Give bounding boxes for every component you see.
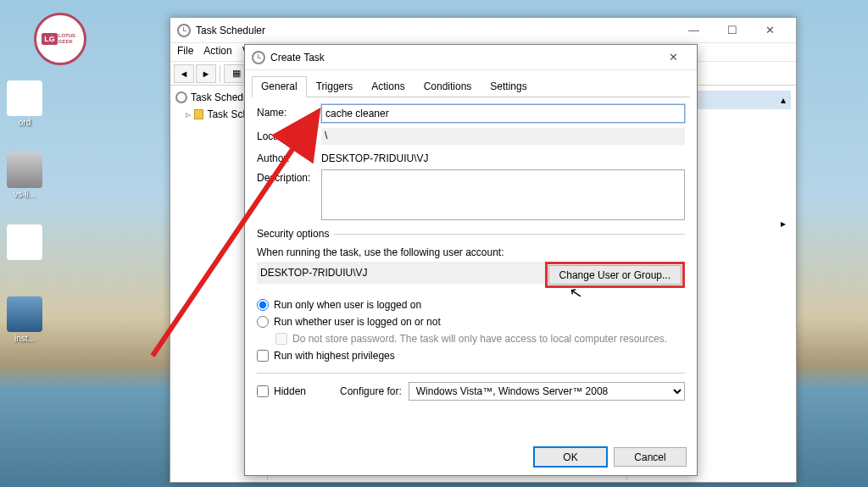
desktop-icon[interactable]: vs-li... [3,152,46,199]
tab-settings[interactable]: Settings [481,76,536,97]
tab-conditions[interactable]: Conditions [415,76,481,97]
menu-action[interactable]: Action [203,45,231,59]
tab-strip: General Triggers Actions Conditions Sett… [252,75,690,97]
description-input[interactable] [321,169,685,220]
clock-icon [252,51,265,64]
no-store-password-checkbox [275,333,287,345]
description-label: Description: [257,169,321,184]
hidden-checkbox[interactable] [257,385,269,397]
name-label: Name: [257,104,321,119]
watermark-logo: LGLOTUS GEEK [34,13,86,65]
maximize-button[interactable]: ☐ [713,19,751,42]
titlebar[interactable]: Task Scheduler — ☐ ✕ [170,18,796,43]
run-logged-on-radio[interactable] [257,299,269,311]
configure-for-label: Configure for: [340,385,402,397]
highlight-box: Change User or Group... [545,262,685,288]
tab-actions[interactable]: Actions [362,76,414,97]
close-button[interactable]: ✕ [656,46,690,69]
desktop-icon[interactable]: ord [3,80,46,127]
configure-for-select[interactable]: Windows Vista™, Windows Server™ 2008 [409,382,685,401]
ok-button[interactable]: OK [534,447,607,467]
location-value: \ [321,128,685,145]
highest-privileges-checkbox[interactable] [257,350,269,362]
folder-icon [194,109,203,119]
desktop-icon[interactable] [3,224,46,262]
cancel-button[interactable]: Cancel [614,447,687,467]
author-label: Author: [257,150,321,164]
run-logged-off-radio[interactable] [257,316,269,328]
name-input[interactable] [321,104,685,123]
desktop-icon[interactable]: inst... [3,296,46,343]
security-user-value: DESKTOP-7RIDUIU\VJ [260,267,367,279]
security-options-group: Security options When running the task, … [257,228,685,364]
run-logged-off-label: Run whether user is logged on or not [274,316,441,328]
window-title: Task Scheduler [196,25,675,36]
create-task-dialog: Create Task ✕ General Triggers Actions C… [244,44,698,476]
no-store-password-label: Do not store password. The task will onl… [292,333,667,345]
security-legend: Security options [257,228,334,240]
dialog-title: Create Task [270,52,656,64]
back-button[interactable]: ◄ [174,64,194,83]
hidden-label: Hidden [274,385,306,397]
author-value: DESKTOP-7RIDUIU\VJ [321,150,685,164]
minimize-button[interactable]: — [675,19,713,42]
clock-icon [177,24,191,37]
tab-general[interactable]: General [252,76,307,97]
dialog-titlebar[interactable]: Create Task ✕ [245,45,697,70]
close-button[interactable]: ✕ [751,19,789,42]
clock-icon [175,91,187,103]
when-running-label: When running the task, use the following… [257,246,685,258]
forward-button[interactable]: ► [196,64,216,83]
location-label: Location: [257,128,321,142]
tab-triggers[interactable]: Triggers [307,76,363,97]
highest-privileges-label: Run with highest privileges [274,350,395,362]
change-user-button[interactable]: Change User or Group... [548,265,682,285]
run-logged-on-label: Run only when user is logged on [274,299,421,311]
menu-file[interactable]: File [177,45,193,59]
